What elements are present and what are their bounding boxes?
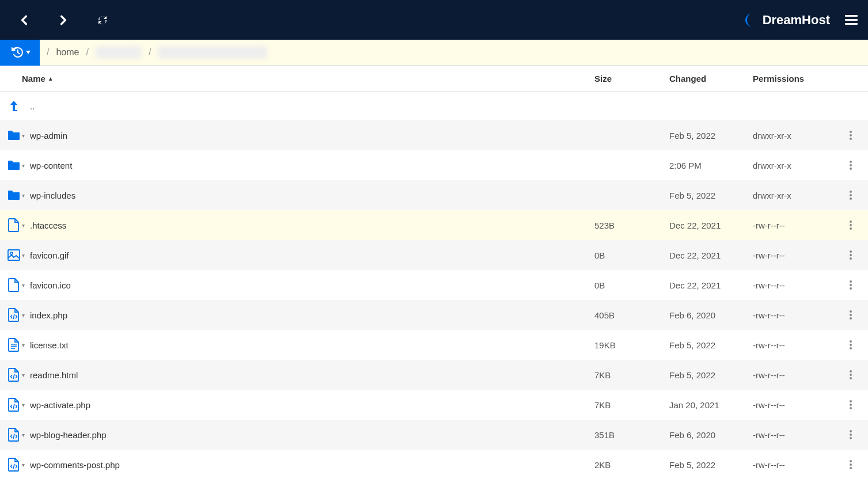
topbar-nav bbox=[7, 10, 113, 31]
up-arrow-icon bbox=[9, 100, 19, 112]
row-menu-button[interactable] bbox=[839, 430, 862, 439]
row-menu-button[interactable] bbox=[839, 191, 862, 200]
file-name: .htaccess bbox=[30, 221, 66, 230]
file-size: 351B bbox=[594, 430, 669, 440]
svg-rect-2 bbox=[845, 19, 858, 21]
row-menu-button[interactable] bbox=[839, 400, 862, 409]
brand-logo: DreamHost bbox=[745, 13, 830, 28]
svg-point-43 bbox=[850, 463, 852, 466]
file-row[interactable]: ▾wp-content2:06 PMdrwxr-xr-x bbox=[0, 150, 868, 180]
row-menu-button[interactable] bbox=[839, 370, 862, 379]
row-caret-icon[interactable]: ▾ bbox=[22, 462, 30, 468]
svg-point-6 bbox=[850, 138, 852, 140]
folder-icon bbox=[6, 130, 22, 141]
kebab-icon bbox=[850, 310, 852, 320]
brand-name: DreamHost bbox=[763, 13, 830, 28]
file-row[interactable]: ▾favicon.ico0BDec 22, 2021-rw-r--r-- bbox=[0, 270, 868, 300]
row-caret-icon[interactable]: ▾ bbox=[22, 312, 30, 318]
svg-point-25 bbox=[850, 314, 852, 316]
file-row[interactable]: ▾wp-includesFeb 5, 2022drwxr-xr-x bbox=[0, 180, 868, 210]
history-button[interactable] bbox=[0, 40, 40, 66]
file-permissions: -rw-r--r-- bbox=[753, 430, 839, 440]
file-name: favicon.gif bbox=[30, 250, 69, 260]
row-caret-icon[interactable]: ▾ bbox=[22, 342, 30, 348]
file-changed: Feb 5, 2022 bbox=[669, 370, 753, 380]
svg-point-18 bbox=[850, 250, 852, 253]
file-permissions: -rw-r--r-- bbox=[753, 280, 839, 290]
breadcrumb-redacted bbox=[96, 46, 142, 59]
row-menu-button[interactable] bbox=[839, 340, 862, 349]
svg-point-17 bbox=[10, 252, 13, 254]
menu-button[interactable] bbox=[842, 12, 861, 29]
svg-point-34 bbox=[850, 374, 852, 376]
file-row[interactable]: ▾license.txt19KBFeb 5, 2022-rw-r--r-- bbox=[0, 330, 868, 360]
history-icon bbox=[10, 46, 25, 59]
row-menu-button[interactable] bbox=[839, 460, 862, 469]
row-caret-icon[interactable]: ▾ bbox=[22, 432, 30, 438]
file-permissions: drwxr-xr-x bbox=[753, 191, 839, 200]
file-name: wp-admin bbox=[30, 131, 67, 140]
svg-point-11 bbox=[850, 194, 852, 196]
file-changed: Feb 6, 2020 bbox=[669, 430, 753, 440]
file-row[interactable]: ▾favicon.gif0BDec 22, 2021-rw-r--r-- bbox=[0, 240, 868, 270]
file-row[interactable]: ▾wp-activate.php7KBJan 20, 2021-rw-r--r-… bbox=[0, 390, 868, 420]
refresh-icon bbox=[97, 15, 108, 25]
topbar: DreamHost bbox=[0, 0, 868, 40]
file-size: 2KB bbox=[594, 460, 669, 470]
kebab-icon bbox=[850, 400, 852, 409]
forward-button[interactable] bbox=[53, 10, 74, 31]
kebab-icon bbox=[850, 161, 852, 170]
file-changed: Dec 22, 2021 bbox=[669, 280, 753, 290]
refresh-button[interactable] bbox=[92, 10, 113, 31]
file-changed: Feb 5, 2022 bbox=[669, 191, 753, 200]
file-row[interactable]: ▾readme.html7KBFeb 5, 2022-rw-r--r-- bbox=[0, 360, 868, 390]
svg-point-13 bbox=[850, 221, 852, 223]
row-caret-icon[interactable]: ▾ bbox=[22, 162, 30, 169]
row-caret-icon[interactable]: ▾ bbox=[22, 372, 30, 378]
file-name: wp-activate.php bbox=[30, 400, 90, 410]
file-row[interactable]: ▾wp-adminFeb 5, 2022drwxr-xr-x bbox=[0, 120, 868, 150]
file-permissions: -rw-r--r-- bbox=[753, 250, 839, 260]
column-header-size[interactable]: Size bbox=[594, 74, 669, 83]
breadcrumb-separator: / bbox=[149, 47, 151, 58]
row-caret-icon[interactable]: ▾ bbox=[22, 402, 30, 408]
file-changed: Dec 22, 2021 bbox=[669, 221, 753, 230]
file-row[interactable]: ▾.htaccess523BDec 22, 2021-rw-r--r-- bbox=[0, 210, 868, 240]
row-menu-button[interactable] bbox=[839, 131, 862, 140]
file-row[interactable]: ▾index.php405BFeb 6, 2020-rw-r--r-- bbox=[0, 300, 868, 330]
svg-point-14 bbox=[850, 224, 852, 226]
row-caret-icon[interactable]: ▾ bbox=[22, 252, 30, 259]
code-icon bbox=[6, 428, 22, 442]
back-button[interactable] bbox=[14, 10, 35, 31]
svg-rect-3 bbox=[845, 23, 858, 25]
file-size: 0B bbox=[594, 280, 669, 290]
row-menu-button[interactable] bbox=[839, 310, 862, 320]
folder-icon bbox=[6, 189, 22, 201]
file-name: readme.html bbox=[30, 370, 78, 380]
file-permissions: drwxr-xr-x bbox=[753, 161, 839, 170]
file-changed: Feb 6, 2020 bbox=[669, 310, 753, 320]
breadcrumb-home[interactable]: home bbox=[56, 47, 79, 58]
file-permissions: -rw-r--r-- bbox=[753, 400, 839, 410]
row-menu-button[interactable] bbox=[839, 221, 862, 230]
row-menu-button[interactable] bbox=[839, 161, 862, 170]
file-row[interactable]: ▾wp-comments-post.php2KBFeb 5, 2022-rw-r… bbox=[0, 450, 868, 480]
column-headers: Name ▲ Size Changed Permissions bbox=[0, 66, 868, 92]
row-caret-icon[interactable]: ▾ bbox=[22, 222, 30, 229]
column-header-permissions[interactable]: Permissions bbox=[753, 74, 839, 83]
column-header-name[interactable]: Name ▲ bbox=[6, 74, 594, 83]
row-caret-icon[interactable]: ▾ bbox=[22, 132, 30, 139]
svg-rect-16 bbox=[8, 250, 20, 260]
svg-point-8 bbox=[850, 164, 852, 166]
svg-point-9 bbox=[850, 168, 852, 170]
file-size: 523B bbox=[594, 221, 669, 230]
parent-dir-row[interactable]: .. bbox=[0, 92, 868, 120]
row-menu-button[interactable] bbox=[839, 250, 862, 260]
file-changed: 2:06 PM bbox=[669, 161, 753, 170]
row-caret-icon[interactable]: ▾ bbox=[22, 192, 30, 199]
row-menu-button[interactable] bbox=[839, 280, 862, 290]
row-caret-icon[interactable]: ▾ bbox=[22, 282, 30, 288]
file-row[interactable]: ▾wp-blog-header.php351BFeb 6, 2020-rw-r-… bbox=[0, 420, 868, 450]
file-changed: Dec 22, 2021 bbox=[669, 250, 753, 260]
column-header-changed[interactable]: Changed bbox=[669, 74, 753, 83]
